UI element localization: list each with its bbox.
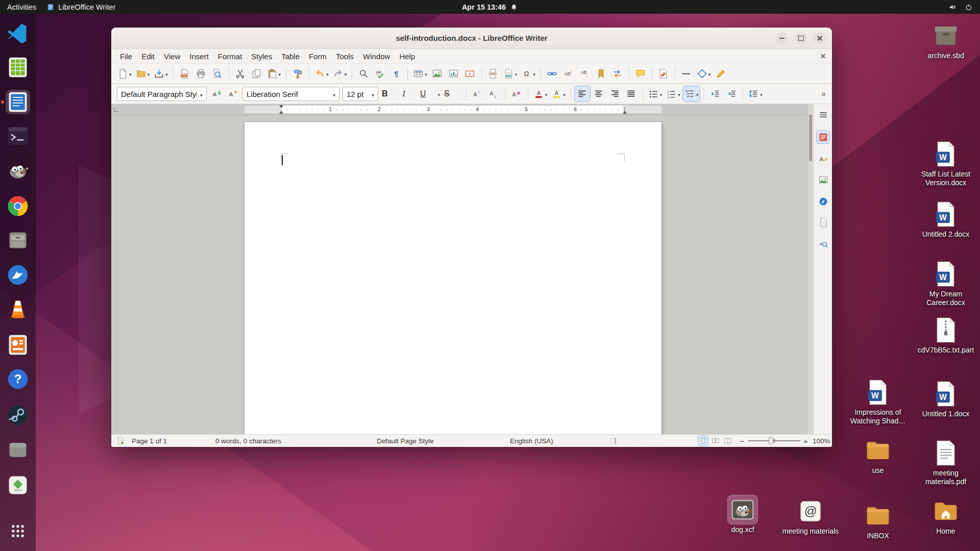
fmt-highlight-color[interactable] xyxy=(550,86,567,102)
desktop-icon-archive-sbd[interactable]: archive.sbd xyxy=(915,21,976,60)
menu-tools[interactable]: Tools xyxy=(331,51,358,62)
dock-libreoffice-impress[interactable] xyxy=(6,333,30,357)
dock-thunderbird[interactable] xyxy=(6,263,30,287)
desktop-icon-my-dream-career[interactable]: My Dream Career.docx xyxy=(915,260,976,307)
tb-page-break[interactable] xyxy=(485,66,501,81)
zoom-in-button[interactable]: + xyxy=(803,437,808,445)
dropdown-arrow-icon[interactable] xyxy=(325,69,329,78)
tb-redo[interactable] xyxy=(331,66,349,81)
indent-marker-first-line[interactable] xyxy=(279,105,283,108)
dock-app-dark-circle[interactable] xyxy=(6,403,30,428)
maximize-button[interactable] xyxy=(795,32,807,44)
tb-special-character[interactable] xyxy=(520,66,537,81)
dock-app-gray[interactable] xyxy=(6,438,30,462)
menu-form[interactable]: Form xyxy=(304,51,331,62)
menu-window[interactable]: Window xyxy=(358,51,395,62)
fmt-subscript[interactable] xyxy=(486,86,501,102)
page-number-status[interactable]: Page 1 of 1 xyxy=(132,437,167,445)
tb-insert-image[interactable] xyxy=(430,66,445,81)
selection-mode-icon[interactable] xyxy=(609,437,618,445)
menu-edit[interactable]: Edit xyxy=(137,51,159,62)
desktop-icon-meeting-materials-mail[interactable]: meeting materials xyxy=(780,497,841,536)
sidebar-page[interactable] xyxy=(817,216,829,229)
single-page-view-button[interactable] xyxy=(698,436,708,446)
fmt-bold[interactable]: B xyxy=(380,86,400,102)
tb-copy[interactable] xyxy=(249,66,264,81)
tb-draw-functions[interactable] xyxy=(713,66,728,81)
dropdown-arrow-icon[interactable] xyxy=(759,89,763,98)
dock-gimp[interactable] xyxy=(6,158,30,183)
menu-table[interactable]: Table xyxy=(277,51,304,62)
tb-bookmark[interactable] xyxy=(594,66,609,81)
close-document-button[interactable] xyxy=(820,53,827,60)
vertical-scrollbar[interactable] xyxy=(807,104,813,434)
menu-format[interactable]: Format xyxy=(213,51,247,62)
chevron-down-icon[interactable] xyxy=(372,90,374,98)
dock-libreoffice-writer[interactable] xyxy=(6,90,30,114)
desktop-icon-inbox[interactable]: INBOX xyxy=(847,502,909,540)
fmt-decrease-indent[interactable] xyxy=(724,86,739,102)
clock-menu[interactable]: Apr 15 13:46 xyxy=(462,3,518,11)
tb-track-changes[interactable] xyxy=(656,66,671,81)
tb-insert-comment[interactable] xyxy=(633,66,648,81)
desktop-icon-staff-list[interactable]: Staff List Latest Version.docx xyxy=(915,140,976,187)
tb-save[interactable] xyxy=(152,66,169,81)
tb-insert-chart[interactable] xyxy=(446,66,461,81)
fmt-align-center[interactable] xyxy=(591,86,606,102)
focused-app-indicator[interactable]: LibreOffice Writer xyxy=(46,3,115,11)
page-style-status[interactable]: Default Page Style xyxy=(377,437,434,445)
desktop-icon-dog-xcf[interactable]: dog.xcf xyxy=(712,495,773,534)
indent-marker-left[interactable] xyxy=(279,111,283,114)
dropdown-arrow-icon[interactable] xyxy=(146,69,150,78)
zoom-slider-handle[interactable] xyxy=(769,437,773,444)
menu-styles[interactable]: Styles xyxy=(247,51,277,62)
dropdown-arrow-icon[interactable] xyxy=(278,69,281,78)
minimize-button[interactable] xyxy=(776,32,788,44)
dropdown-arrow-icon[interactable] xyxy=(344,69,347,78)
dropdown-arrow-icon[interactable] xyxy=(544,89,548,98)
tb-spelling[interactable] xyxy=(372,66,387,81)
menu-help[interactable]: Help xyxy=(395,51,420,62)
dropdown-arrow-icon[interactable] xyxy=(677,89,680,98)
tb-insert-textbox[interactable] xyxy=(462,66,478,81)
paragraph-style-combobox[interactable]: Default Paragraph Style xyxy=(117,87,207,101)
close-button[interactable] xyxy=(814,32,826,44)
font-name-combobox[interactable]: Liberation Serif xyxy=(242,87,339,101)
fmt-strikethrough[interactable]: S xyxy=(443,86,462,102)
tb-export-pdf[interactable] xyxy=(177,66,192,81)
fmt-numbered-list[interactable] xyxy=(665,86,682,102)
tb-new-document[interactable] xyxy=(116,66,133,81)
fmt-justify[interactable] xyxy=(624,86,639,102)
menu-file[interactable]: File xyxy=(115,51,137,62)
titlebar[interactable]: self-introduction.docx - LibreOffice Wri… xyxy=(111,28,832,49)
dropdown-arrow-icon[interactable] xyxy=(659,89,663,98)
sidebar-style-inspector[interactable] xyxy=(817,237,829,250)
activities-button[interactable]: Activities xyxy=(7,3,36,11)
menu-insert[interactable]: Insert xyxy=(185,51,213,62)
dock-files[interactable] xyxy=(6,228,30,253)
book-view-button[interactable] xyxy=(723,436,732,446)
fmt-increase-indent[interactable] xyxy=(707,86,723,102)
zoom-level[interactable]: 100% xyxy=(813,437,830,445)
tb-undo[interactable] xyxy=(313,66,330,81)
dropdown-arrow-icon[interactable] xyxy=(128,69,132,78)
dock-terminal[interactable] xyxy=(6,124,30,148)
system-status-area[interactable] xyxy=(948,3,973,11)
desktop-icon-home[interactable]: Home xyxy=(915,497,976,536)
multi-page-view-button[interactable] xyxy=(710,436,720,446)
tb-open[interactable] xyxy=(134,66,152,81)
zoom-out-button[interactable]: − xyxy=(740,437,744,445)
tb-insert-field[interactable] xyxy=(502,66,519,81)
dock-help[interactable] xyxy=(6,367,30,391)
dock-vlc[interactable] xyxy=(6,297,30,321)
word-count-status[interactable]: 0 words, 0 characters xyxy=(215,437,281,445)
dock-app-grid[interactable] xyxy=(6,519,30,543)
language-status[interactable]: English (USA) xyxy=(510,437,553,445)
dock-vscode[interactable] xyxy=(6,21,30,46)
tb-cross-reference[interactable] xyxy=(610,66,625,81)
desktop-icon-untitled-2[interactable]: Untitled 2.docx xyxy=(915,200,976,239)
tb-insert-table[interactable] xyxy=(411,66,429,81)
fmt-clear-formatting[interactable] xyxy=(509,86,524,102)
dropdown-arrow-icon[interactable] xyxy=(695,89,699,98)
volume-icon[interactable] xyxy=(948,3,957,11)
